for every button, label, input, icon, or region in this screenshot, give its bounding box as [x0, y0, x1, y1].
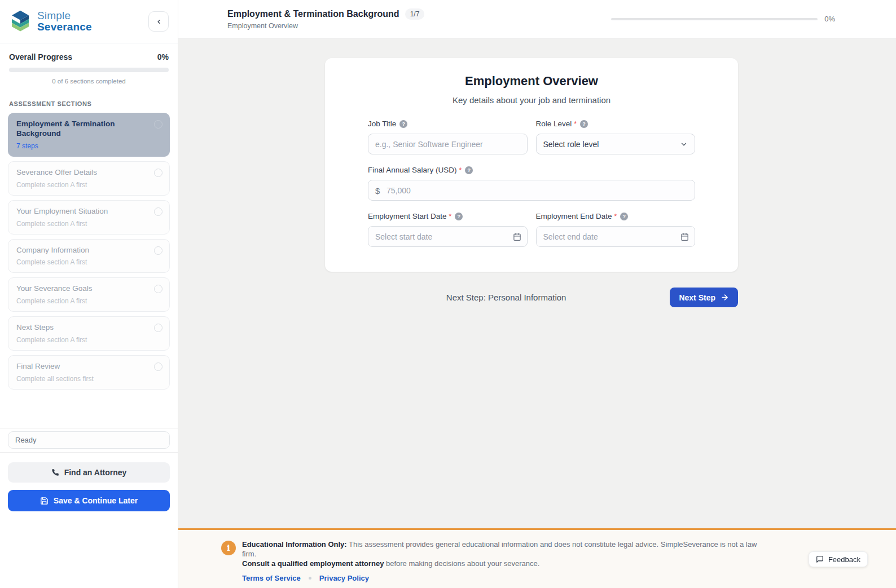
section-subtitle: 7 steps: [16, 142, 148, 150]
section-title: Your Severance Goals: [16, 284, 148, 294]
salary-input[interactable]: [368, 180, 695, 201]
section-title: Employment & Termination Background: [16, 120, 148, 139]
next-step-row: Next Step: Personal Information Next Ste…: [325, 288, 738, 307]
form-subtitle: Key details about your job and terminati…: [368, 95, 695, 105]
dot-separator: [309, 577, 311, 580]
role-level-label: Role Level: [536, 120, 572, 128]
job-title-field-group: Job Title ?: [368, 120, 528, 154]
chat-bubble-icon: [816, 555, 824, 563]
privacy-policy-link[interactable]: Privacy Policy: [319, 574, 369, 582]
start-date-required-mark: *: [449, 213, 452, 220]
salary-label: Final Annual Salary (USD): [368, 166, 457, 174]
section-subtitle: Complete section A first: [16, 336, 148, 344]
overall-progress: Overall Progress 0% 0 of 6 sections comp…: [0, 43, 178, 92]
chevron-down-icon: [680, 140, 688, 148]
section-item[interactable]: Your Severance Goals Complete section A …: [8, 277, 170, 312]
find-attorney-button[interactable]: Find an Attorney: [8, 462, 170, 483]
section-item[interactable]: Employment & Termination Background 7 st…: [8, 113, 170, 157]
job-title-help-icon[interactable]: ?: [399, 120, 407, 128]
section-status-circle-icon: [154, 246, 162, 255]
disclaimer-bold-1: Educational Information Only:: [242, 540, 347, 549]
disclaimer-body-2: before making decisions about your sever…: [384, 559, 539, 568]
brand-name-bottom: Severance: [37, 21, 92, 33]
header-title-block: Employment & Termination Background 1/7 …: [178, 8, 424, 30]
job-title-label: Job Title: [368, 120, 396, 128]
section-status-circle-icon: [154, 285, 162, 293]
brand-logo: Simple Severance: [9, 9, 92, 34]
assessment-sections-heading: ASSESSMENT SECTIONS: [0, 92, 178, 112]
disclaimer-bold-2: Consult a qualified employment attorney: [242, 559, 384, 568]
main-area: Employment & Termination Background 1/7 …: [178, 0, 896, 588]
page-subtitle: Employment Overview: [227, 22, 424, 30]
top-header: Employment & Termination Background 1/7 …: [178, 0, 896, 38]
terms-of-service-link[interactable]: Terms of Service: [242, 574, 301, 582]
section-status-circle-icon: [154, 207, 162, 216]
feedback-button[interactable]: Feedback: [809, 551, 868, 567]
section-subtitle: Complete section A first: [16, 220, 148, 228]
role-level-selected-value: Select role level: [543, 140, 599, 149]
section-subtitle: Complete section A first: [16, 181, 148, 189]
next-step-button[interactable]: Next Step: [670, 288, 738, 307]
sidebar-collapse-button[interactable]: [148, 11, 169, 32]
role-level-field-group: Role Level * ? Select role level: [536, 120, 696, 154]
section-status-circle-icon: [154, 169, 162, 177]
arrow-right-icon: [721, 293, 729, 302]
next-step-hint: Next Step: Personal Information: [446, 293, 566, 302]
overall-progress-bar: [9, 68, 169, 72]
role-level-select[interactable]: Select role level: [536, 134, 696, 154]
end-date-field-group: Employment End Date * ?: [536, 212, 696, 247]
end-date-required-mark: *: [614, 213, 617, 220]
section-item[interactable]: Final Review Complete all sections first: [8, 355, 170, 390]
header-progress-bar: [611, 18, 818, 20]
end-date-input[interactable]: [536, 226, 696, 247]
section-status-circle-icon: [154, 362, 162, 371]
salary-required-mark: *: [459, 166, 462, 174]
content-area: Employment Overview Key details about yo…: [178, 38, 896, 528]
form-grid: Job Title ? Role Level * ? Select role l…: [368, 120, 695, 247]
disclaimer-text: Educational Information Only: This asses…: [242, 540, 757, 568]
end-date-help-icon[interactable]: ?: [620, 213, 628, 220]
sidebar: Simple Severance Overall Progress 0% 0 o…: [0, 0, 178, 588]
section-subtitle: Complete all sections first: [16, 375, 148, 383]
dollar-icon: $: [375, 185, 380, 195]
form-title: Employment Overview: [368, 74, 695, 89]
header-progress-percent: 0%: [824, 15, 835, 23]
start-date-help-icon[interactable]: ?: [455, 213, 463, 220]
section-status-circle-icon: [154, 324, 162, 332]
section-title: Next Steps: [16, 323, 148, 333]
save-continue-button[interactable]: Save & Continue Later: [8, 490, 170, 511]
start-date-input[interactable]: [368, 226, 528, 247]
phone-icon: [51, 468, 59, 476]
section-subtitle: Complete section A first: [16, 258, 148, 266]
save-continue-label: Save & Continue Later: [54, 496, 138, 505]
section-title: Your Employment Situation: [16, 207, 148, 216]
role-level-help-icon[interactable]: ?: [580, 120, 588, 128]
salary-help-icon[interactable]: ?: [465, 166, 473, 174]
start-date-label: Employment Start Date: [368, 212, 447, 220]
calendar-icon[interactable]: [680, 232, 689, 241]
calendar-icon[interactable]: [513, 232, 521, 241]
form-card: Employment Overview Key details about yo…: [325, 58, 738, 272]
step-badge: 1/7: [405, 8, 425, 20]
section-title: Severance Offer Details: [16, 168, 148, 178]
brand-name-top: Simple: [37, 10, 92, 21]
info-icon: i: [221, 541, 236, 555]
section-item[interactable]: Company Information Complete section A f…: [8, 239, 170, 273]
app-root: Simple Severance Overall Progress 0% 0 o…: [0, 0, 896, 588]
start-date-field-group: Employment Start Date * ?: [368, 212, 528, 247]
salary-field-group: Final Annual Salary (USD) * ? $: [368, 166, 695, 201]
section-item[interactable]: Severance Offer Details Complete section…: [8, 161, 170, 196]
section-title: Company Information: [16, 246, 148, 255]
section-item[interactable]: Next Steps Complete section A first: [8, 316, 170, 351]
sidebar-header: Simple Severance: [0, 0, 178, 43]
job-title-input[interactable]: [368, 134, 528, 154]
next-step-button-label: Next Step: [679, 293, 715, 302]
header-progress: 0%: [611, 15, 835, 23]
page-title: Employment & Termination Background: [227, 9, 399, 19]
brand-name: Simple Severance: [37, 10, 92, 33]
disclaimer-footer: i Educational Information Only: This ass…: [178, 528, 896, 588]
section-item[interactable]: Your Employment Situation Complete secti…: [8, 200, 170, 235]
sections-completed-note: 0 of 6 sections completed: [9, 78, 169, 85]
brand-logo-icon: [9, 9, 32, 34]
role-level-required-mark: *: [574, 120, 577, 128]
